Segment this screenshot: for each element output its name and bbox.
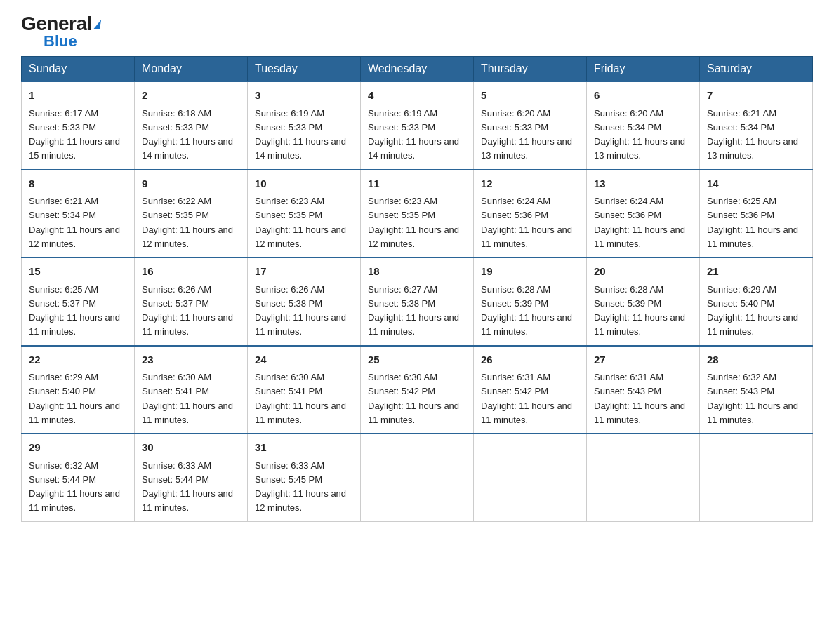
day-number: 21 [707, 264, 805, 280]
day-number: 13 [594, 176, 692, 192]
calendar-cell: 20Sunrise: 6:28 AMSunset: 5:39 PMDayligh… [587, 257, 700, 346]
calendar-cell: 14Sunrise: 6:25 AMSunset: 5:36 PMDayligh… [700, 170, 813, 258]
calendar-cell: 9Sunrise: 6:22 AMSunset: 5:35 PMDaylight… [135, 170, 248, 258]
day-info: Sunrise: 6:28 AMSunset: 5:39 PMDaylight:… [594, 284, 685, 337]
day-info: Sunrise: 6:25 AMSunset: 5:36 PMDaylight:… [707, 196, 798, 249]
day-number: 12 [481, 176, 579, 192]
calendar-cell: 28Sunrise: 6:32 AMSunset: 5:43 PMDayligh… [700, 346, 813, 434]
calendar-cell: 27Sunrise: 6:31 AMSunset: 5:43 PMDayligh… [587, 346, 700, 434]
weekday-header-row: SundayMondayTuesdayWednesdayThursdayFrid… [22, 57, 813, 82]
day-info: Sunrise: 6:29 AMSunset: 5:40 PMDaylight:… [29, 372, 120, 425]
logo-blue-text: Blue [44, 32, 77, 50]
day-number: 15 [29, 264, 127, 280]
day-info: Sunrise: 6:30 AMSunset: 5:41 PMDaylight:… [255, 372, 346, 425]
day-number: 25 [368, 352, 466, 368]
day-info: Sunrise: 6:21 AMSunset: 5:34 PMDaylight:… [29, 196, 120, 249]
day-info: Sunrise: 6:18 AMSunset: 5:33 PMDaylight:… [142, 108, 233, 161]
day-number: 17 [255, 264, 353, 280]
day-number: 18 [368, 264, 466, 280]
day-number: 31 [255, 440, 353, 456]
day-number: 3 [255, 88, 353, 104]
calendar-cell [587, 434, 700, 521]
day-info: Sunrise: 6:25 AMSunset: 5:37 PMDaylight:… [29, 284, 120, 337]
day-info: Sunrise: 6:32 AMSunset: 5:43 PMDaylight:… [707, 372, 798, 425]
day-info: Sunrise: 6:21 AMSunset: 5:34 PMDaylight:… [707, 108, 798, 161]
weekday-thursday: Thursday [474, 57, 587, 82]
logo-general-text: General [21, 14, 100, 34]
calendar-week-1: 1Sunrise: 6:17 AMSunset: 5:33 PMDaylight… [22, 81, 813, 170]
day-number: 22 [29, 352, 127, 368]
calendar-cell: 2Sunrise: 6:18 AMSunset: 5:33 PMDaylight… [135, 81, 248, 170]
day-info: Sunrise: 6:24 AMSunset: 5:36 PMDaylight:… [481, 196, 572, 249]
calendar-cell: 11Sunrise: 6:23 AMSunset: 5:35 PMDayligh… [361, 170, 474, 258]
calendar-cell: 23Sunrise: 6:30 AMSunset: 5:41 PMDayligh… [135, 346, 248, 434]
calendar-cell: 19Sunrise: 6:28 AMSunset: 5:39 PMDayligh… [474, 257, 587, 346]
calendar-week-5: 29Sunrise: 6:32 AMSunset: 5:44 PMDayligh… [22, 434, 813, 521]
day-info: Sunrise: 6:24 AMSunset: 5:36 PMDaylight:… [594, 196, 685, 249]
day-number: 10 [255, 176, 353, 192]
day-number: 19 [481, 264, 579, 280]
logo: General Blue [21, 14, 100, 49]
calendar-cell: 22Sunrise: 6:29 AMSunset: 5:40 PMDayligh… [22, 346, 135, 434]
weekday-sunday: Sunday [22, 57, 135, 82]
page-header: General Blue [21, 14, 813, 49]
calendar-cell: 17Sunrise: 6:26 AMSunset: 5:38 PMDayligh… [248, 257, 361, 346]
calendar-header: SundayMondayTuesdayWednesdayThursdayFrid… [22, 57, 813, 82]
calendar-cell: 21Sunrise: 6:29 AMSunset: 5:40 PMDayligh… [700, 257, 813, 346]
calendar-cell: 5Sunrise: 6:20 AMSunset: 5:33 PMDaylight… [474, 81, 587, 170]
day-info: Sunrise: 6:33 AMSunset: 5:45 PMDaylight:… [255, 460, 346, 514]
calendar-cell: 6Sunrise: 6:20 AMSunset: 5:34 PMDaylight… [587, 81, 700, 170]
day-number: 14 [707, 176, 805, 192]
day-info: Sunrise: 6:26 AMSunset: 5:38 PMDaylight:… [255, 284, 346, 337]
weekday-friday: Friday [587, 57, 700, 82]
calendar-cell: 16Sunrise: 6:26 AMSunset: 5:37 PMDayligh… [135, 257, 248, 346]
calendar-cell: 25Sunrise: 6:30 AMSunset: 5:42 PMDayligh… [361, 346, 474, 434]
weekday-saturday: Saturday [700, 57, 813, 82]
calendar-cell: 10Sunrise: 6:23 AMSunset: 5:35 PMDayligh… [248, 170, 361, 258]
day-number: 24 [255, 352, 353, 368]
day-number: 4 [368, 88, 466, 104]
day-info: Sunrise: 6:23 AMSunset: 5:35 PMDaylight:… [255, 196, 346, 249]
day-number: 8 [29, 176, 127, 192]
weekday-monday: Monday [135, 57, 248, 82]
calendar-cell: 24Sunrise: 6:30 AMSunset: 5:41 PMDayligh… [248, 346, 361, 434]
day-number: 20 [594, 264, 692, 280]
calendar-cell: 3Sunrise: 6:19 AMSunset: 5:33 PMDaylight… [248, 81, 361, 170]
calendar-cell: 8Sunrise: 6:21 AMSunset: 5:34 PMDaylight… [22, 170, 135, 258]
day-number: 23 [142, 352, 240, 368]
day-number: 7 [707, 88, 805, 104]
calendar-cell: 1Sunrise: 6:17 AMSunset: 5:33 PMDaylight… [22, 81, 135, 170]
day-info: Sunrise: 6:19 AMSunset: 5:33 PMDaylight:… [368, 108, 459, 161]
day-info: Sunrise: 6:20 AMSunset: 5:33 PMDaylight:… [481, 108, 572, 161]
day-info: Sunrise: 6:23 AMSunset: 5:35 PMDaylight:… [368, 196, 459, 249]
calendar-week-2: 8Sunrise: 6:21 AMSunset: 5:34 PMDaylight… [22, 170, 813, 258]
calendar-body: 1Sunrise: 6:17 AMSunset: 5:33 PMDaylight… [22, 81, 813, 521]
calendar-cell: 31Sunrise: 6:33 AMSunset: 5:45 PMDayligh… [248, 434, 361, 521]
calendar-cell: 26Sunrise: 6:31 AMSunset: 5:42 PMDayligh… [474, 346, 587, 434]
day-number: 30 [142, 440, 240, 456]
weekday-wednesday: Wednesday [361, 57, 474, 82]
day-info: Sunrise: 6:27 AMSunset: 5:38 PMDaylight:… [368, 284, 459, 337]
day-number: 1 [29, 88, 127, 104]
calendar-cell [700, 434, 813, 521]
day-number: 5 [481, 88, 579, 104]
calendar-week-4: 22Sunrise: 6:29 AMSunset: 5:40 PMDayligh… [22, 346, 813, 434]
calendar-cell: 15Sunrise: 6:25 AMSunset: 5:37 PMDayligh… [22, 257, 135, 346]
calendar-cell: 29Sunrise: 6:32 AMSunset: 5:44 PMDayligh… [22, 434, 135, 521]
calendar-cell: 4Sunrise: 6:19 AMSunset: 5:33 PMDaylight… [361, 81, 474, 170]
day-number: 29 [29, 440, 127, 456]
calendar-table: SundayMondayTuesdayWednesdayThursdayFrid… [21, 56, 813, 522]
calendar-cell: 30Sunrise: 6:33 AMSunset: 5:44 PMDayligh… [135, 434, 248, 521]
day-number: 27 [594, 352, 692, 368]
day-number: 6 [594, 88, 692, 104]
day-info: Sunrise: 6:31 AMSunset: 5:43 PMDaylight:… [594, 372, 685, 425]
calendar-week-3: 15Sunrise: 6:25 AMSunset: 5:37 PMDayligh… [22, 257, 813, 346]
calendar-cell: 13Sunrise: 6:24 AMSunset: 5:36 PMDayligh… [587, 170, 700, 258]
day-info: Sunrise: 6:30 AMSunset: 5:41 PMDaylight:… [142, 372, 233, 425]
day-info: Sunrise: 6:28 AMSunset: 5:39 PMDaylight:… [481, 284, 572, 337]
calendar-cell [361, 434, 474, 521]
logo-triangle-icon [93, 20, 101, 29]
day-info: Sunrise: 6:22 AMSunset: 5:35 PMDaylight:… [142, 196, 233, 249]
calendar-cell: 7Sunrise: 6:21 AMSunset: 5:34 PMDaylight… [700, 81, 813, 170]
day-number: 16 [142, 264, 240, 280]
